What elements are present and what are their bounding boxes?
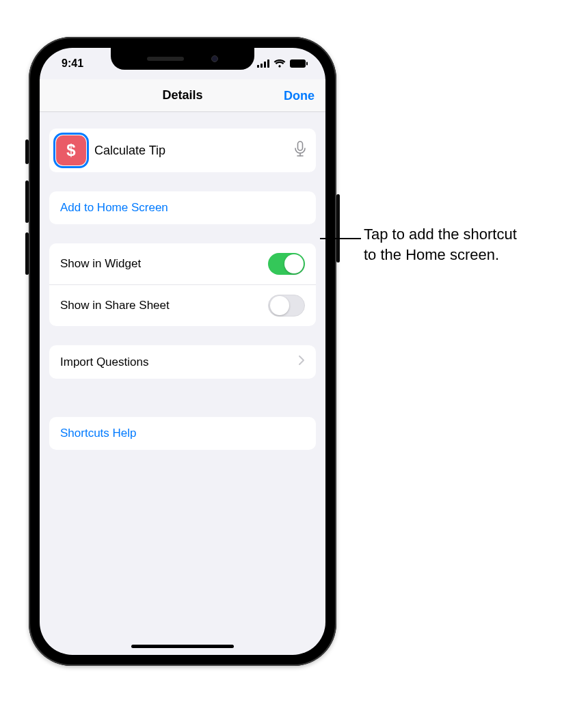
volume-down-button <box>25 232 29 275</box>
svg-rect-2 <box>264 62 266 68</box>
battery-icon <box>290 59 308 68</box>
volume-up-button <box>25 180 29 223</box>
add-to-home-screen-row[interactable]: Add to Home Screen <box>49 191 316 224</box>
front-camera <box>211 55 218 62</box>
callout-leader-line <box>320 238 361 239</box>
home-indicator[interactable] <box>131 645 234 648</box>
shortcut-name-card: $ Calculate Tip <box>49 129 316 172</box>
show-in-widget-row: Show in Widget <box>49 243 316 284</box>
shortcuts-help-row[interactable]: Shortcuts Help <box>49 417 316 450</box>
done-button[interactable]: Done <box>284 88 315 103</box>
svg-rect-5 <box>306 62 308 66</box>
shortcuts-help-label: Shortcuts Help <box>60 427 137 440</box>
cellular-icon <box>257 59 269 68</box>
svg-rect-1 <box>260 64 263 68</box>
mute-switch <box>25 139 29 164</box>
import-questions-label: Import Questions <box>60 355 148 369</box>
show-in-share-sheet-label: Show in Share Sheet <box>60 299 170 312</box>
nav-bar: Details Done <box>40 79 325 112</box>
wifi-icon <box>273 59 286 68</box>
show-in-share-sheet-row: Show in Share Sheet <box>49 284 316 326</box>
power-button <box>336 194 340 263</box>
svg-rect-3 <box>267 59 269 68</box>
phone-frame: 9:41 Details Done <box>29 37 336 666</box>
show-in-widget-toggle[interactable] <box>268 253 305 275</box>
shortcut-name-field[interactable]: Calculate Tip <box>94 144 286 158</box>
screen: 9:41 Details Done <box>40 48 325 655</box>
add-to-home-screen-label: Add to Home Screen <box>60 201 168 215</box>
dollar-icon: $ <box>66 141 75 160</box>
svg-rect-6 <box>298 142 303 150</box>
shortcut-app-icon[interactable]: $ <box>56 135 86 165</box>
show-in-share-sheet-toggle[interactable] <box>268 295 305 317</box>
callout-text: Tap to add the shortcut to the Home scre… <box>364 224 517 265</box>
speaker-grille <box>147 57 184 61</box>
import-questions-row[interactable]: Import Questions <box>49 345 316 379</box>
callout-line-2: to the Home screen. <box>364 245 517 265</box>
microphone-icon[interactable] <box>294 141 306 160</box>
show-in-widget-label: Show in Widget <box>60 257 141 271</box>
status-time: 9:41 <box>62 57 83 70</box>
svg-rect-4 <box>290 59 306 68</box>
nav-title: Details <box>162 88 202 103</box>
callout-line-1: Tap to add the shortcut <box>364 224 517 245</box>
chevron-right-icon <box>298 355 305 369</box>
notch <box>111 48 254 70</box>
svg-rect-0 <box>257 65 259 68</box>
